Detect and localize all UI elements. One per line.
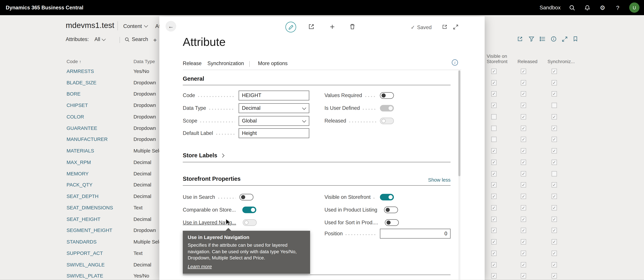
row-synchronized-checkbox[interactable]: ✓ (552, 194, 557, 199)
row-visible-checkbox[interactable]: ✓ (491, 103, 496, 108)
product-listing-toggle[interactable] (384, 207, 398, 213)
row-visible-checkbox[interactable]: ✓ (491, 205, 496, 210)
row-released-checkbox[interactable]: ✓ (521, 91, 526, 97)
row-synchronized-checkbox[interactable]: ✓ (552, 114, 557, 120)
share-icon[interactable] (517, 36, 523, 42)
row-visible-checkbox[interactable] (491, 137, 496, 142)
row-synchronized-checkbox[interactable]: ✓ (552, 80, 557, 85)
row-code-link[interactable]: SUPPORT_ACT (66, 250, 103, 256)
row-synchronized-checkbox[interactable] (552, 171, 557, 176)
row-released-checkbox[interactable]: ✓ (521, 126, 526, 131)
column-header-released[interactable]: Released (518, 59, 538, 64)
row-released-checkbox[interactable]: ✓ (521, 160, 526, 165)
info-icon[interactable]: i (452, 59, 458, 66)
filter-all-dropdown[interactable]: All (94, 36, 105, 42)
row-code-link[interactable]: COLOR (66, 114, 84, 120)
row-visible-checkbox[interactable]: ✓ (491, 273, 496, 279)
new-button[interactable]: + (153, 36, 157, 43)
row-released-checkbox[interactable]: ✓ (521, 148, 526, 154)
menu-synchronization[interactable]: Synchronization (208, 61, 244, 66)
new-record-button[interactable]: + (328, 21, 336, 32)
row-code-link[interactable]: SEAT_DEPTH (66, 193, 98, 199)
search-button[interactable]: Search (124, 36, 148, 42)
row-visible-checkbox[interactable]: ✓ (491, 69, 496, 74)
row-visible-checkbox[interactable] (491, 114, 496, 120)
fullscreen-icon[interactable] (453, 24, 460, 31)
show-less-link[interactable]: Show less (428, 177, 451, 183)
menu-release[interactable]: Release (183, 61, 202, 66)
row-visible-checkbox[interactable]: ✓ (491, 216, 496, 222)
scrollbar-thumb[interactable] (458, 70, 460, 176)
learn-more-link[interactable]: Learn more (188, 264, 212, 269)
nav-content[interactable]: Content (123, 23, 147, 29)
row-synchronized-checkbox[interactable]: ✓ (552, 228, 557, 233)
code-input[interactable]: HEIGHT (239, 91, 309, 100)
row-synchronized-checkbox[interactable]: ✓ (552, 216, 557, 222)
row-released-checkbox[interactable]: ✓ (521, 171, 526, 176)
row-released-checkbox[interactable]: ✓ (521, 216, 526, 222)
row-code-link[interactable]: GUARANTEE (66, 125, 97, 131)
row-code-link[interactable]: SEAT_HEIGHT (66, 216, 100, 222)
row-visible-checkbox[interactable] (491, 126, 496, 131)
row-code-link[interactable]: BORE (66, 91, 80, 97)
row-visible-checkbox[interactable]: ✓ (491, 228, 496, 233)
default-label-input[interactable]: Height (239, 128, 309, 138)
row-synchronized-checkbox[interactable]: ✓ (552, 239, 557, 245)
position-input[interactable]: 0 (380, 229, 450, 239)
bookmark-icon[interactable] (572, 36, 578, 42)
row-synchronized-checkbox[interactable]: ✓ (552, 182, 557, 188)
row-synchronized-checkbox[interactable]: ✓ (552, 262, 557, 267)
list-view-icon[interactable] (539, 36, 546, 42)
data-type-select[interactable]: Decimal (239, 103, 309, 113)
row-released-checkbox[interactable]: ✓ (521, 262, 526, 267)
row-released-checkbox[interactable]: ✓ (521, 194, 526, 199)
comparable-toggle[interactable] (242, 207, 256, 213)
row-released-checkbox[interactable]: ✓ (521, 228, 526, 233)
row-visible-checkbox[interactable]: ✓ (491, 262, 496, 267)
row-released-checkbox[interactable]: ✓ (521, 182, 526, 188)
open-in-window-icon[interactable] (442, 24, 449, 31)
use-in-search-toggle[interactable] (240, 194, 254, 200)
row-released-checkbox[interactable]: ✓ (521, 205, 526, 210)
column-header-data-type[interactable]: Data Type (134, 59, 155, 64)
row-released-checkbox[interactable]: ✓ (521, 103, 526, 108)
settings-icon[interactable]: ⚙ (599, 4, 606, 11)
avatar[interactable]: U (629, 2, 640, 13)
row-released-checkbox[interactable]: ✓ (521, 137, 526, 142)
row-code-link[interactable]: CHIPSET (66, 103, 88, 108)
row-synchronized-checkbox[interactable] (552, 103, 557, 108)
row-visible-checkbox[interactable]: ✓ (491, 160, 496, 165)
visible-on-storefront-toggle[interactable] (380, 194, 394, 200)
scope-select[interactable]: Global (239, 116, 309, 126)
row-visible-checkbox[interactable]: ✓ (491, 148, 496, 154)
row-synchronized-checkbox[interactable]: ✓ (552, 126, 557, 131)
row-code-link[interactable]: BLADE_SIZE (66, 80, 96, 86)
row-released-checkbox[interactable]: ✓ (521, 239, 526, 245)
expand-icon[interactable] (562, 36, 568, 42)
row-visible-checkbox[interactable]: ✓ (491, 194, 496, 199)
row-code-link[interactable]: PACK_QTY (66, 182, 92, 188)
row-code-link[interactable]: MEMORY (66, 171, 89, 176)
sort-toggle[interactable] (385, 219, 399, 226)
row-visible-checkbox[interactable]: ✓ (491, 171, 496, 176)
section-storefront-heading[interactable]: Storefront Properties (183, 175, 241, 182)
row-visible-checkbox[interactable]: ✓ (491, 251, 496, 256)
row-code-link[interactable]: MAX_RPM (66, 159, 91, 165)
row-code-link[interactable]: SEGMENT_HEIGHT (66, 228, 112, 233)
filter-icon[interactable] (528, 36, 535, 42)
environment-badge[interactable]: Sandbox (540, 4, 561, 11)
row-synchronized-checkbox[interactable]: ✓ (552, 137, 557, 142)
row-released-checkbox[interactable]: ✓ (521, 80, 526, 85)
row-released-checkbox[interactable]: ✓ (521, 251, 526, 256)
menu-more-options[interactable]: More options (258, 61, 288, 66)
row-code-link[interactable]: STANDARDS (66, 239, 96, 245)
column-header-visible[interactable]: Visible on Storefront (487, 54, 513, 64)
back-button[interactable]: ← (166, 21, 176, 32)
modal-scrollbar[interactable] (458, 70, 460, 280)
row-code-link[interactable]: SWIVEL_ANGLE (66, 262, 105, 268)
column-header-synchronized[interactable]: Synchroniz... (548, 59, 575, 64)
row-code-link[interactable]: SWIVEL_PLATE (66, 273, 103, 279)
row-code-link[interactable]: ARMRESTS (66, 68, 94, 74)
row-visible-checkbox[interactable]: ✓ (491, 91, 496, 97)
row-synchronized-checkbox[interactable]: ✓ (552, 160, 557, 165)
